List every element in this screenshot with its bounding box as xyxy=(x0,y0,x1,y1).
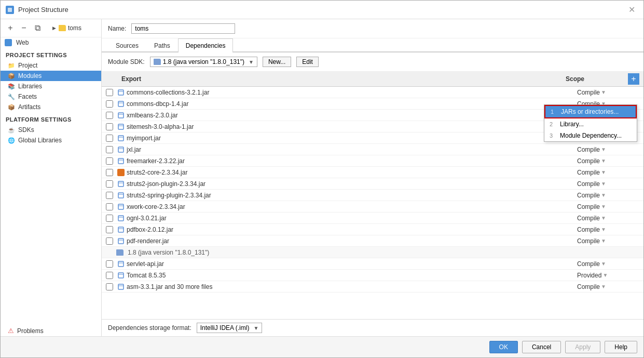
jar-icon xyxy=(117,260,125,268)
jar-icon xyxy=(117,157,125,165)
add-button[interactable]: + xyxy=(5,22,16,34)
export-checkbox[interactable] xyxy=(106,112,113,119)
scope-dropdown[interactable]: ▼ xyxy=(601,169,606,175)
tab-dependencies[interactable]: Dependencies xyxy=(178,38,234,52)
apply-button[interactable]: Apply xyxy=(565,341,600,353)
name-label: Name: xyxy=(108,25,126,32)
export-checkbox[interactable] xyxy=(106,157,113,165)
table-row: Tomcat 8.5.35 Provided ▼ xyxy=(102,270,643,281)
svg-rect-9 xyxy=(118,136,124,141)
scope-dropdown[interactable]: ▼ xyxy=(601,192,606,198)
app-icon xyxy=(6,6,14,14)
svg-rect-27 xyxy=(118,261,124,267)
svg-rect-23 xyxy=(118,227,124,232)
export-checkbox[interactable] xyxy=(106,135,113,142)
scope-dropdown[interactable]: ▼ xyxy=(602,272,608,278)
sdk-select[interactable]: 1.8 (java version "1.8.0_131") ▼ xyxy=(150,57,257,67)
export-checkbox[interactable] xyxy=(106,272,113,279)
storage-select[interactable]: IntelliJ IDEA (.iml) ▼ xyxy=(197,323,263,333)
table-row: pdfbox-2.0.12.jar Compile ▼ xyxy=(102,224,643,235)
tab-sources[interactable]: Sources xyxy=(108,38,146,52)
sidebar-item-libraries[interactable]: 📚 Libraries xyxy=(1,81,101,91)
table-row: commons-collections-3.2.1.jar Compile ▼ xyxy=(102,87,643,98)
scope-dropdown[interactable]: ▼ xyxy=(601,227,606,232)
svg-rect-13 xyxy=(118,158,124,164)
dropdown-item-module-dependency[interactable]: 3 Module Dependency... xyxy=(544,130,637,141)
help-button[interactable]: Help xyxy=(605,341,637,353)
name-row: Name: xyxy=(102,19,643,38)
sidebar-item-artifacts[interactable]: 📦 Artifacts xyxy=(1,102,101,112)
tree-arrow-icon: ▶ xyxy=(51,25,57,31)
jar-icon xyxy=(117,272,125,279)
export-checkbox[interactable] xyxy=(106,283,113,290)
new-button[interactable]: New... xyxy=(263,57,291,67)
sidebar-item-global-libraries[interactable]: 🌐 Global Libraries xyxy=(1,135,101,145)
svg-rect-7 xyxy=(118,124,124,129)
scope-dropdown[interactable]: ▼ xyxy=(601,204,606,209)
scope-column-header: Scope xyxy=(566,75,628,83)
export-checkbox[interactable] xyxy=(106,169,113,176)
add-dependency-button[interactable]: + xyxy=(628,73,639,85)
sidebar-item-sdks[interactable]: ☕ SDKs xyxy=(1,125,101,135)
svg-rect-25 xyxy=(118,238,124,244)
sdk-row: Module SDK: 1.8 (java version "1.8.0_131… xyxy=(102,52,643,72)
platform-settings-section: Platform Settings xyxy=(1,112,101,125)
scope-dropdown[interactable]: ▼ xyxy=(601,238,606,244)
jar-icon xyxy=(117,226,125,233)
sidebar-item-facets[interactable]: 🔧 Facets xyxy=(1,91,101,102)
module-tree-item[interactable]: ▶ toms xyxy=(47,23,97,33)
cancel-button[interactable]: Cancel xyxy=(522,341,561,353)
sidebar-item-problems[interactable]: ⚠ Problems xyxy=(1,325,101,336)
scope-dropdown[interactable]: ▼ xyxy=(601,284,606,289)
export-checkbox[interactable] xyxy=(106,89,113,96)
copy-button[interactable]: ⧉ xyxy=(32,22,43,34)
ok-button[interactable]: OK xyxy=(489,341,518,353)
svg-rect-11 xyxy=(118,147,124,152)
dropdown-item-jars[interactable]: 1 JARs or directories... xyxy=(544,105,637,118)
footer: OK Cancel Apply Help xyxy=(1,336,643,357)
dropdown-item-library[interactable]: 2 Library... xyxy=(544,118,637,130)
svg-rect-5 xyxy=(118,113,124,118)
sidebar-item-modules[interactable]: 📦 Modules xyxy=(1,71,101,81)
problems-icon: ⚠ xyxy=(8,327,14,335)
close-button[interactable]: ✕ xyxy=(625,4,638,16)
title-bar: Project Structure ✕ xyxy=(1,1,643,19)
sdk-folder-icon xyxy=(154,59,161,65)
jar-icon xyxy=(117,203,125,210)
export-checkbox[interactable] xyxy=(106,123,113,130)
tab-paths[interactable]: Paths xyxy=(146,38,178,52)
export-checkbox[interactable] xyxy=(106,215,113,222)
table-row: freemarker-2.3.22.jar Compile ▼ xyxy=(102,155,643,167)
scope-dropdown[interactable]: ▼ xyxy=(601,147,606,152)
export-checkbox[interactable] xyxy=(106,260,113,268)
name-input[interactable] xyxy=(131,23,235,34)
table-row: xwork-core-2.3.34.jar Compile ▼ xyxy=(102,201,643,213)
folder-icon xyxy=(59,25,66,31)
export-checkbox[interactable] xyxy=(106,237,113,245)
web-tree-item[interactable]: Web xyxy=(1,37,101,48)
struts-icon xyxy=(117,169,125,176)
export-checkbox[interactable] xyxy=(106,226,113,233)
table-row: servlet-api.jar Compile ▼ xyxy=(102,258,643,270)
jar-icon xyxy=(117,237,125,245)
sidebar-toolbar: + − ⧉ ▶ toms xyxy=(1,19,101,37)
module-name: toms xyxy=(68,24,81,32)
svg-rect-21 xyxy=(118,216,124,221)
export-checkbox[interactable] xyxy=(106,192,113,199)
scope-dropdown[interactable]: ▼ xyxy=(601,261,606,267)
sidebar-item-project[interactable]: 📁 Project xyxy=(1,60,101,71)
storage-label: Dependencies storage format: xyxy=(108,324,191,332)
scope-dropdown[interactable]: ▼ xyxy=(601,181,606,187)
scope-dropdown[interactable]: ▼ xyxy=(601,89,606,95)
sdk-icon xyxy=(116,249,124,256)
export-checkbox[interactable] xyxy=(106,203,113,210)
scope-dropdown[interactable]: ▼ xyxy=(601,158,606,164)
scope-dropdown[interactable]: ▼ xyxy=(601,215,606,221)
svg-rect-3 xyxy=(118,101,124,107)
remove-button[interactable]: − xyxy=(18,22,30,34)
export-checkbox[interactable] xyxy=(106,180,113,188)
export-checkbox[interactable] xyxy=(106,146,113,153)
edit-button[interactable]: Edit xyxy=(296,57,319,67)
export-checkbox[interactable] xyxy=(106,100,113,108)
jar-icon xyxy=(117,89,125,96)
